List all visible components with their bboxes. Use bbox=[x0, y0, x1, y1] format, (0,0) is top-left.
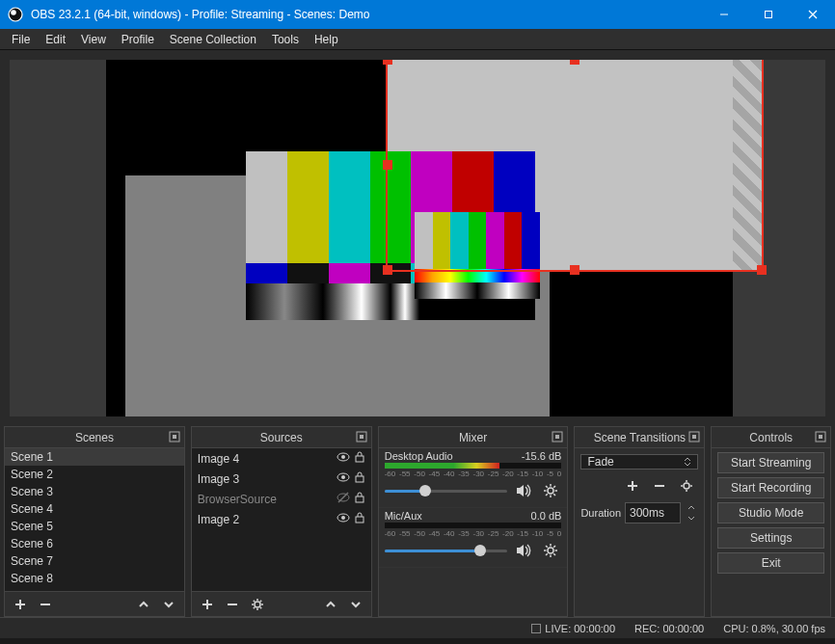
preview-selection-outline[interactable] bbox=[386, 60, 764, 272]
preview-area bbox=[0, 50, 835, 422]
transition-current: Fade bbox=[587, 455, 613, 469]
menu-scene-collection[interactable]: Scene Collection bbox=[162, 31, 264, 48]
channel-settings-button[interactable] bbox=[540, 540, 561, 561]
source-item[interactable]: Image 4 bbox=[192, 448, 371, 469]
svg-point-28 bbox=[255, 602, 260, 607]
scene-item[interactable]: Scene 6 bbox=[5, 535, 184, 552]
mute-button[interactable] bbox=[513, 540, 534, 561]
duration-input[interactable]: 300ms bbox=[625, 502, 681, 523]
svg-rect-3 bbox=[766, 12, 772, 18]
scenes-list[interactable]: Scene 1Scene 2Scene 3Scene 4Scene 5Scene… bbox=[5, 448, 184, 591]
undock-icon[interactable] bbox=[355, 430, 368, 443]
add-scene-button[interactable] bbox=[9, 594, 32, 615]
transition-select[interactable]: Fade bbox=[580, 454, 698, 470]
volume-slider[interactable] bbox=[385, 542, 508, 559]
sources-panel: Sources Image 4 Image 3 BrowserSource Im… bbox=[191, 426, 372, 617]
menu-help[interactable]: Help bbox=[307, 31, 346, 48]
scenes-panel-title: Scenes bbox=[75, 431, 114, 444]
app-icon bbox=[8, 7, 23, 22]
menu-view[interactable]: View bbox=[73, 31, 114, 48]
sources-list[interactable]: Image 4 Image 3 BrowserSource Image 2 bbox=[192, 448, 371, 591]
move-source-up-button[interactable] bbox=[319, 594, 342, 615]
preview-canvas[interactable] bbox=[10, 60, 825, 416]
scene-item[interactable]: Scene 3 bbox=[5, 483, 184, 500]
status-bar: LIVE: 00:00:00 REC: 00:00:00 CPU: 0.8%, … bbox=[0, 617, 835, 638]
svg-rect-24 bbox=[356, 517, 364, 523]
svg-point-17 bbox=[341, 475, 345, 479]
start-recording-button[interactable]: Start Recording bbox=[717, 477, 824, 498]
status-live: LIVE: 00:00:00 bbox=[531, 623, 615, 634]
visibility-toggle-icon[interactable] bbox=[337, 450, 350, 467]
duration-label: Duration bbox=[580, 507, 621, 519]
menu-profile[interactable]: Profile bbox=[114, 31, 162, 48]
remove-source-button[interactable] bbox=[221, 594, 244, 615]
svg-point-40 bbox=[548, 488, 553, 494]
scene-item[interactable]: Scene 4 bbox=[5, 500, 184, 518]
source-item[interactable]: BrowserSource bbox=[192, 489, 371, 509]
svg-rect-21 bbox=[356, 496, 364, 502]
start-streaming-button[interactable]: Start Streaming bbox=[717, 452, 824, 473]
scene-item[interactable]: Scene 8 bbox=[5, 570, 184, 587]
undock-icon[interactable] bbox=[814, 430, 827, 443]
add-transition-button[interactable] bbox=[621, 475, 644, 496]
svg-line-58 bbox=[546, 553, 548, 555]
window-close-button[interactable] bbox=[791, 0, 835, 29]
duration-step-down[interactable] bbox=[685, 513, 698, 523]
scene-item[interactable]: Scene 2 bbox=[5, 466, 184, 483]
svg-line-45 bbox=[546, 486, 548, 488]
svg-rect-7 bbox=[173, 435, 176, 439]
window-minimize-button[interactable] bbox=[702, 0, 746, 29]
undock-icon[interactable] bbox=[687, 430, 701, 443]
add-source-button[interactable] bbox=[196, 594, 219, 615]
remove-transition-button[interactable] bbox=[648, 475, 671, 496]
move-scene-down-button[interactable] bbox=[157, 594, 180, 615]
undock-icon[interactable] bbox=[168, 430, 181, 443]
menu-tools[interactable]: Tools bbox=[264, 31, 307, 48]
remove-scene-button[interactable] bbox=[34, 594, 57, 615]
channel-name: Desktop Audio bbox=[385, 450, 453, 462]
svg-rect-12 bbox=[360, 435, 364, 439]
scene-item[interactable]: Scene 7 bbox=[5, 552, 184, 570]
svg-point-1 bbox=[11, 10, 16, 15]
visibility-toggle-icon[interactable] bbox=[337, 470, 350, 487]
lock-toggle-icon[interactable] bbox=[354, 451, 365, 466]
svg-rect-70 bbox=[819, 435, 822, 439]
duration-step-up[interactable] bbox=[685, 502, 698, 513]
mixer-panel-title: Mixer bbox=[459, 431, 487, 444]
move-scene-up-button[interactable] bbox=[132, 594, 155, 615]
svg-line-36 bbox=[254, 606, 255, 607]
volume-slider[interactable] bbox=[385, 482, 508, 499]
exit-button[interactable]: Exit bbox=[717, 552, 824, 574]
scenes-panel-header: Scenes bbox=[5, 427, 184, 448]
scene-item[interactable]: Scene 1 bbox=[5, 448, 184, 466]
menu-file[interactable]: File bbox=[4, 31, 38, 48]
mixer-channel: Mic/Aux0.0 dB -60-55-50-45-40-35-30-25-2… bbox=[379, 508, 568, 568]
svg-rect-15 bbox=[356, 456, 364, 462]
transition-properties-button[interactable] bbox=[675, 475, 698, 496]
controls-panel: Controls Start Streaming Start Recording… bbox=[711, 426, 831, 617]
lock-toggle-icon[interactable] bbox=[354, 512, 365, 526]
source-item[interactable]: Image 3 bbox=[192, 469, 371, 489]
studio-mode-button[interactable]: Studio Mode bbox=[717, 502, 824, 523]
move-source-down-button[interactable] bbox=[344, 594, 367, 615]
menu-edit[interactable]: Edit bbox=[38, 31, 73, 48]
svg-rect-38 bbox=[555, 435, 559, 439]
source-item[interactable]: Image 2 bbox=[192, 509, 371, 529]
visibility-toggle-icon[interactable] bbox=[337, 511, 350, 527]
svg-line-48 bbox=[546, 494, 548, 496]
lock-toggle-icon[interactable] bbox=[354, 471, 365, 486]
status-cpu: CPU: 0.8%, 30.00 fps bbox=[723, 623, 825, 634]
undock-icon[interactable] bbox=[551, 430, 564, 443]
svg-line-55 bbox=[546, 546, 548, 548]
scene-item[interactable]: Scene 5 bbox=[5, 518, 184, 535]
window-maximize-button[interactable] bbox=[746, 0, 791, 29]
lock-toggle-icon[interactable] bbox=[354, 492, 365, 506]
mute-button[interactable] bbox=[513, 480, 534, 501]
channel-settings-button[interactable] bbox=[540, 480, 561, 501]
settings-button[interactable]: Settings bbox=[717, 527, 824, 549]
visibility-toggle-icon[interactable] bbox=[337, 491, 350, 507]
status-rec: REC: 00:00:00 bbox=[634, 623, 704, 634]
source-properties-button[interactable] bbox=[246, 594, 269, 615]
svg-marker-49 bbox=[517, 545, 524, 556]
mixer-panel: Mixer Desktop Audio-15.6 dB -60-55-50-45… bbox=[378, 426, 569, 617]
